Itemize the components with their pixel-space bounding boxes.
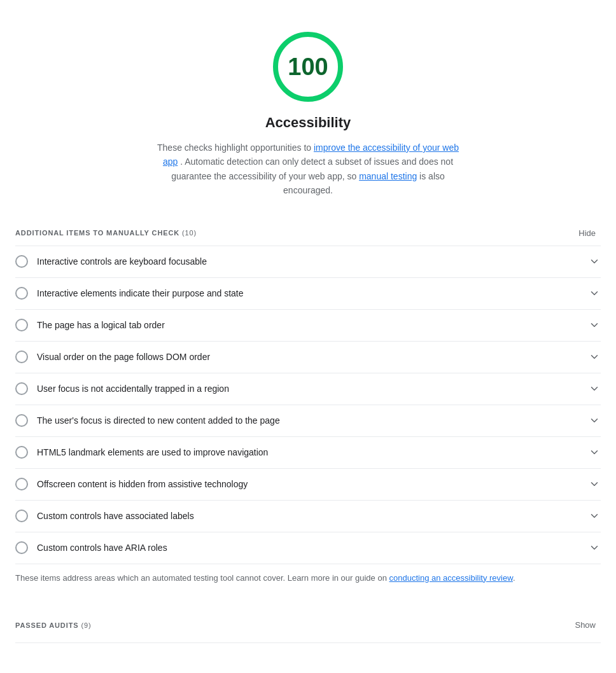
- chevron-down-icon-offscreen-content: [588, 478, 601, 490]
- score-section: 100 Accessibility These checks highlight…: [15, 13, 601, 211]
- passed-section-count: (9): [81, 621, 91, 629]
- manual-section-toggle[interactable]: Hide: [573, 226, 601, 240]
- audit-status-icon-aria-roles: [15, 541, 28, 554]
- chevron-down-icon-landmark-elements: [588, 446, 601, 459]
- audit-item-aria-roles[interactable]: Custom controls have ARIA roles: [15, 532, 601, 564]
- audit-item-custom-labels[interactable]: Custom controls have associated labels: [15, 501, 601, 532]
- score-title: Accessibility: [265, 112, 351, 133]
- chevron-down-icon-focus-trap: [588, 382, 601, 395]
- improve-link[interactable]: improve the accessibility of your web ap…: [163, 142, 459, 167]
- chevron-down-icon-keyboard-focusable: [588, 255, 601, 268]
- audit-status-icon-keyboard-focusable: [15, 255, 28, 268]
- audit-status-icon-focus-directed: [15, 414, 28, 427]
- audit-text-custom-labels: Custom controls have associated labels: [37, 510, 588, 523]
- audit-item-offscreen-content[interactable]: Offscreen content is hidden from assisti…: [15, 469, 601, 501]
- passed-section-label: PASSED AUDITS (9): [15, 620, 91, 631]
- audit-text-dom-order: Visual order on the page follows DOM ord…: [37, 350, 588, 364]
- audit-text-offscreen-content: Offscreen content is hidden from assisti…: [37, 478, 588, 491]
- audit-item-dom-order[interactable]: Visual order on the page follows DOM ord…: [15, 342, 601, 373]
- chevron-down-icon-tab-order: [588, 319, 601, 331]
- manual-section-note: These items address areas which an autom…: [15, 564, 601, 588]
- page-container: 100 Accessibility These checks highlight…: [0, 0, 616, 673]
- audit-text-keyboard-focusable: Interactive controls are keyboard focusa…: [37, 255, 588, 268]
- audit-item-focus-trap[interactable]: User focus is not accidentally trapped i…: [15, 373, 601, 405]
- audit-text-tab-order: The page has a logical tab order: [37, 319, 588, 332]
- audit-status-icon-dom-order: [15, 350, 28, 363]
- audit-text-aria-roles: Custom controls have ARIA roles: [37, 541, 588, 555]
- audit-text-landmark-elements: HTML5 landmark elements are used to impr…: [37, 446, 588, 459]
- audit-item-tab-order[interactable]: The page has a logical tab order: [15, 310, 601, 342]
- audit-status-icon-tab-order: [15, 319, 28, 331]
- score-description: These checks highlight opportunities to …: [149, 141, 467, 198]
- audit-item-interactive-elements[interactable]: Interactive elements indicate their purp…: [15, 278, 601, 310]
- passed-audits-section: PASSED AUDITS (9) Show: [15, 602, 601, 643]
- audit-text-focus-directed: The user's focus is directed to new cont…: [37, 414, 588, 427]
- score-number: 100: [288, 49, 328, 85]
- audit-item-focus-directed[interactable]: The user's focus is directed to new cont…: [15, 405, 601, 437]
- audit-item-landmark-elements[interactable]: HTML5 landmark elements are used to impr…: [15, 437, 601, 469]
- manual-check-section: ADDITIONAL ITEMS TO MANUALLY CHECK (10) …: [15, 211, 601, 588]
- manual-section-count: (10): [182, 229, 197, 237]
- audit-text-interactive-elements: Interactive elements indicate their purp…: [37, 287, 588, 300]
- passed-section-header: PASSED AUDITS (9) Show: [15, 602, 601, 637]
- chevron-down-icon-interactive-elements: [588, 287, 601, 300]
- audit-status-icon-landmark-elements: [15, 446, 28, 459]
- audit-status-icon-interactive-elements: [15, 287, 28, 300]
- audit-text-focus-trap: User focus is not accidentally trapped i…: [37, 382, 588, 396]
- manual-testing-link[interactable]: manual testing: [359, 171, 417, 181]
- not-applicable-section: NOT APPLICABLE (52) Show: [15, 658, 601, 673]
- audit-status-icon-custom-labels: [15, 510, 28, 522]
- audit-status-icon-focus-trap: [15, 382, 28, 395]
- passed-section-toggle[interactable]: Show: [570, 618, 601, 632]
- audit-status-icon-offscreen-content: [15, 478, 28, 490]
- manual-section-label: ADDITIONAL ITEMS TO MANUALLY CHECK (10): [15, 228, 197, 239]
- conducting-review-link[interactable]: conducting an accessibility review: [389, 573, 513, 583]
- audit-item-keyboard-focusable[interactable]: Interactive controls are keyboard focusa…: [15, 246, 601, 278]
- passed-divider: [15, 642, 601, 643]
- chevron-down-icon-aria-roles: [588, 541, 601, 554]
- not-applicable-section-header: NOT APPLICABLE (52) Show: [15, 658, 601, 673]
- score-circle: 100: [273, 32, 343, 102]
- chevron-down-icon-custom-labels: [588, 510, 601, 522]
- manual-section-header: ADDITIONAL ITEMS TO MANUALLY CHECK (10) …: [15, 211, 601, 246]
- manual-audit-list: Interactive controls are keyboard focusa…: [15, 246, 601, 564]
- chevron-down-icon-focus-directed: [588, 414, 601, 427]
- chevron-down-icon-dom-order: [588, 350, 601, 363]
